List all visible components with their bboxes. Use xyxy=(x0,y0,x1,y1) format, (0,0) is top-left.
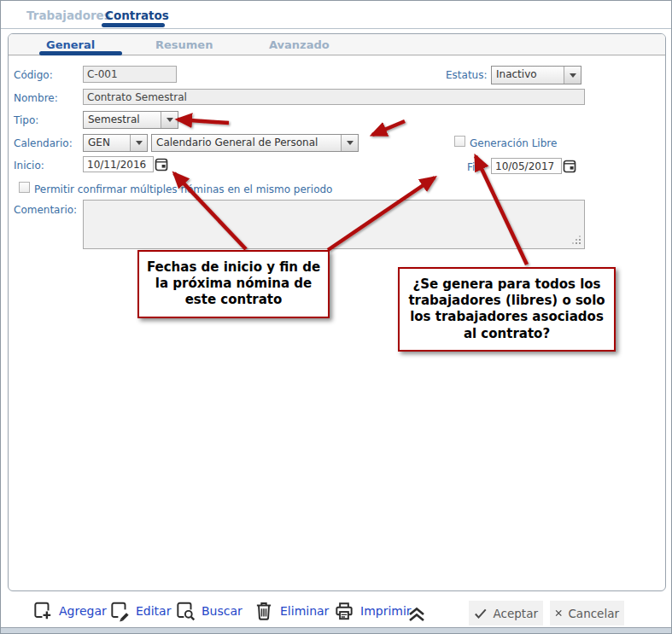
edit-document-icon xyxy=(108,600,131,622)
fin-label: Fin: xyxy=(467,161,485,173)
codigo-field[interactable] xyxy=(83,66,177,83)
active-tab-underline xyxy=(102,23,165,27)
agregar-button[interactable]: Agregar xyxy=(32,600,107,622)
imprimir-button[interactable]: Imprimir xyxy=(333,600,412,622)
contracts-window: Trabajadores Contratos General Resumen A… xyxy=(0,0,672,634)
fin-calendar-icon[interactable] xyxy=(563,159,576,173)
codigo-label: Código: xyxy=(14,69,53,81)
tab-general[interactable]: General xyxy=(46,38,95,51)
callout-generacion: ¿Se genera para todos los trabajadores (… xyxy=(398,267,616,352)
estatus-dropdown-button[interactable] xyxy=(564,67,581,84)
editar-button[interactable]: Editar xyxy=(108,600,171,622)
nombre-field[interactable] xyxy=(83,89,585,105)
calendario-code-dropdown[interactable]: GEN xyxy=(83,134,148,152)
calendario-label: Calendario: xyxy=(14,137,73,149)
nombre-label: Nombre: xyxy=(14,92,58,104)
main-tab-bar: Trabajadores Contratos xyxy=(1,1,671,29)
calendario-name-value: Calendario General de Personal xyxy=(152,135,341,151)
calendario-name-dropdown[interactable]: Calendario General de Personal xyxy=(151,134,359,152)
tab-trabajadores[interactable]: Trabajadores xyxy=(26,9,111,22)
tipo-label: Tipo: xyxy=(14,114,38,126)
aceptar-button[interactable]: Aceptar xyxy=(469,601,543,625)
chevron-down-icon xyxy=(136,141,143,145)
inicio-label: Inicio: xyxy=(14,160,44,172)
window-bottom-edge xyxy=(1,627,671,633)
eliminar-button[interactable]: Eliminar xyxy=(253,600,329,622)
generacion-libre-checkbox[interactable] xyxy=(454,136,465,147)
calendario-code-dropdown-button[interactable] xyxy=(130,135,147,151)
permitir-checkbox[interactable] xyxy=(19,182,30,193)
aceptar-label: Aceptar xyxy=(494,607,538,620)
calendario-name-dropdown-button[interactable] xyxy=(341,135,358,151)
tab-contratos[interactable]: Contratos xyxy=(105,9,169,22)
sub-tab-bar: General Resumen Avanzado xyxy=(9,34,665,55)
x-icon xyxy=(555,607,562,619)
inicio-date-field[interactable] xyxy=(83,156,154,172)
tab-resumen[interactable]: Resumen xyxy=(155,38,213,51)
estatus-value: Inactivo xyxy=(492,67,564,84)
search-document-icon xyxy=(174,600,196,622)
tipo-dropdown-button[interactable] xyxy=(161,112,178,128)
estatus-label: Estatus: xyxy=(446,69,488,81)
comentario-textarea[interactable] xyxy=(83,200,585,249)
eliminar-label: Eliminar xyxy=(280,604,329,618)
callout-fechas: Fechas de inicio y fin de la próxima nóm… xyxy=(137,250,330,318)
active-subtab-underline xyxy=(39,51,122,55)
cancelar-label: Cancelar xyxy=(568,607,619,620)
chevron-down-icon xyxy=(570,73,576,78)
editar-label: Editar xyxy=(136,604,171,618)
collapse-toolbar-chevron-icon[interactable] xyxy=(404,603,429,624)
check-icon xyxy=(474,608,488,619)
trash-icon xyxy=(253,600,275,622)
agregar-label: Agregar xyxy=(59,604,107,618)
buscar-button[interactable]: Buscar xyxy=(174,600,243,622)
resize-grip-icon[interactable] xyxy=(579,242,581,244)
inicio-calendar-icon[interactable] xyxy=(155,157,168,172)
tipo-dropdown[interactable]: Semestral xyxy=(83,111,178,129)
estatus-dropdown[interactable]: Inactivo xyxy=(491,66,581,84)
chevron-down-icon xyxy=(167,118,173,122)
tab-avanzado[interactable]: Avanzado xyxy=(269,38,330,51)
chevron-down-icon xyxy=(347,141,354,145)
cancelar-button[interactable]: Cancelar xyxy=(550,601,624,625)
generacion-libre-label: Generación Libre xyxy=(470,137,557,149)
printer-icon xyxy=(333,600,355,622)
calendario-code-value: GEN xyxy=(84,135,130,151)
permitir-label: Permitir confirmar múltiples nóminas en … xyxy=(34,183,332,195)
comentario-label: Comentario: xyxy=(14,204,77,216)
fin-date-field[interactable] xyxy=(491,158,562,174)
buscar-label: Buscar xyxy=(202,604,243,618)
add-document-icon xyxy=(32,600,54,622)
tipo-value: Semestral xyxy=(84,112,161,128)
